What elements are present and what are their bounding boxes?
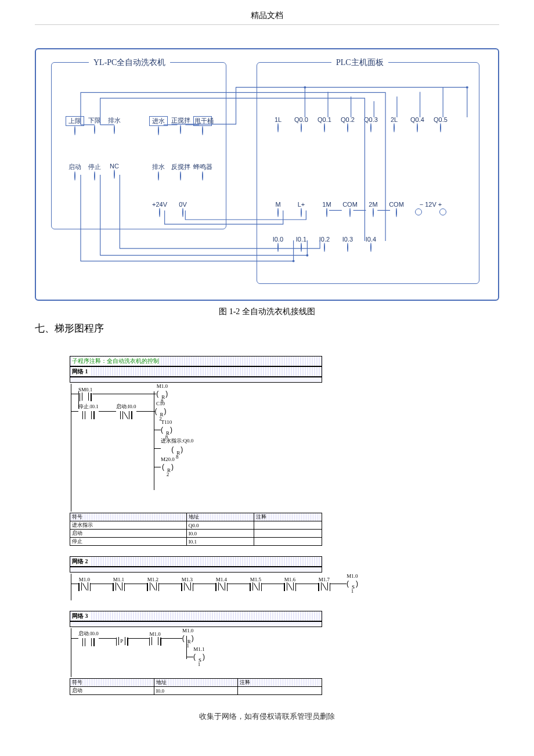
- washer-panel: YL-PC全自动洗衣机 上限 下限 排水 进水 正搅拌 甩干桶 启动 停止 NC…: [51, 62, 226, 229]
- terminal: 1M: [317, 201, 336, 217]
- page-footer: 收集于网络，如有侵权请联系管理员删除: [35, 711, 499, 722]
- terminal: 正搅拌: [171, 116, 190, 134]
- subprogram-comment: 子程序注释：全自动洗衣机的控制: [70, 356, 322, 366]
- terminal: 反搅拌: [171, 163, 190, 181]
- net2-title: 网络 2: [72, 557, 91, 566]
- coil: C10(R)2: [155, 401, 167, 422]
- net1-title: 网络 1: [72, 368, 91, 376]
- washer-panel-title: YL-PC全自动洗衣机: [89, 57, 170, 68]
- terminal: I0.0: [269, 236, 287, 252]
- contact: SM0.1: [78, 387, 92, 401]
- wiring-caption: 图 1-2 全自动洗衣机接线图: [35, 307, 499, 317]
- terminal: 2L: [385, 116, 403, 132]
- plc-panel: PLC主机面板 1L Q0.0 Q0.1 Q0.2 Q0.3 2L Q0.4 Q…: [257, 62, 479, 284]
- contact-nc: M1.6: [284, 577, 296, 591]
- contact: M1.0: [149, 631, 161, 646]
- terminal: 0V: [174, 201, 192, 217]
- contact-nc: 启动:I0.0: [116, 403, 136, 419]
- coil: M1.0(R)1: [182, 628, 194, 649]
- coil: M20.0(R)2: [161, 456, 175, 477]
- terminal: L+: [292, 201, 311, 217]
- terminal: 1L: [269, 116, 287, 132]
- contact-nc: M1.5: [250, 577, 262, 591]
- coil: M1.0(S)1: [347, 573, 358, 594]
- terminal: 排水: [149, 163, 168, 181]
- terminal: 排水: [105, 116, 124, 134]
- terminal: I0.2: [315, 236, 334, 252]
- wiring-diagram: YL-PC全自动洗衣机 上限 下限 排水 进水 正搅拌 甩干桶 启动 停止 NC…: [35, 48, 499, 301]
- terminal: Q0.1: [315, 116, 334, 132]
- page-header: 精品文档: [35, 0, 499, 25]
- coil: M1.1(S)1: [193, 646, 205, 667]
- contact-nc: M1.2: [147, 577, 159, 591]
- contact-nc: M1.7: [318, 577, 330, 591]
- symbol-table: 符号地址注释 进水指示Q0.0 启动I0.0 停止I0.1: [70, 513, 322, 546]
- terminal: NC: [105, 163, 124, 179]
- terminal: Q0.5: [431, 116, 450, 132]
- plc-panel-title: PLC主机面板: [331, 57, 388, 68]
- terminal: COM: [341, 201, 359, 217]
- ladder-program: 子程序注释：全自动洗衣机的控制 网络 1 SM0.1 M1.0(R)8 停止:I…: [70, 356, 464, 695]
- contact-nc: M1.1: [113, 577, 125, 591]
- terminal: M: [269, 201, 287, 217]
- contact: 启动:I0.0: [78, 630, 99, 646]
- terminal: COM: [387, 201, 406, 217]
- contact-nc: M1.0: [78, 577, 91, 591]
- terminal: Q0.2: [338, 116, 357, 132]
- terminal: 甩干桶: [193, 116, 212, 135]
- terminal: I0.3: [338, 236, 357, 252]
- terminal: − 12V +: [410, 201, 451, 215]
- terminal: 启动: [66, 163, 84, 181]
- section-title: 七、梯形图程序: [35, 322, 499, 335]
- terminal: I0.1: [292, 236, 311, 252]
- contact-nc: M1.4: [215, 577, 228, 591]
- terminal: 下限: [85, 116, 104, 134]
- terminal: Q0.0: [292, 116, 311, 132]
- terminal: 进水: [149, 116, 168, 135]
- terminal: +24V: [150, 201, 169, 217]
- terminal: 上限: [66, 116, 84, 135]
- terminal: 停止: [85, 163, 104, 181]
- terminal: Q0.3: [362, 116, 380, 132]
- terminal: Q0.4: [408, 116, 427, 132]
- terminal: 2M: [364, 201, 383, 217]
- terminal: 蜂鸣器: [193, 163, 212, 181]
- contact-nc: M1.3: [181, 577, 193, 591]
- terminal: I0.4: [362, 236, 380, 252]
- contact-p: P: [116, 631, 128, 646]
- symbol-table: 符号地址注释 启动I0.0: [70, 678, 322, 695]
- net3-title: 网络 3: [72, 612, 91, 620]
- contact: 停止:I0.1: [78, 403, 99, 419]
